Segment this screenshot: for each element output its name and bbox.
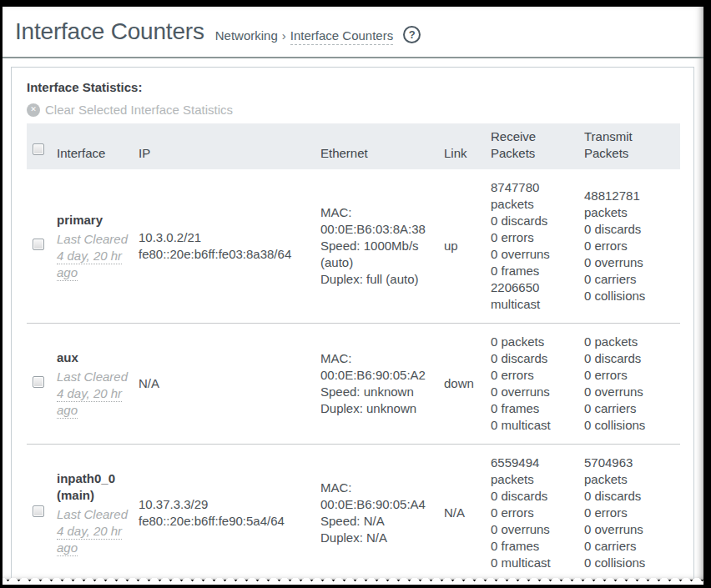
page-header: Interface Counters Networking›Interface … <box>3 7 703 58</box>
last-cleared: Last Cleared 4 day, 20 hr ago <box>57 231 132 281</box>
page: Interface Counters Networking›Interface … <box>3 7 703 580</box>
clear-selected-button[interactable]: ✕ Clear Selected Interface Statistics <box>27 103 680 117</box>
table-row: aux Last Cleared 4 day, 20 hr ago N/A MA… <box>27 324 680 445</box>
ip-cell: N/A <box>139 324 320 445</box>
panel-heading: Interface Statistics: <box>27 80 680 94</box>
column-header-receive: Receive Packets <box>491 123 584 169</box>
receive-packets-cell: 0 packets0 discards0 errors0 overruns0 f… <box>491 324 584 445</box>
last-cleared: Last Cleared 4 day, 20 hr ago <box>57 369 132 419</box>
column-header-interface: Interface <box>57 123 139 169</box>
column-header-transmit: Transmit Packets <box>584 123 680 169</box>
help-icon[interactable]: ? <box>403 26 421 43</box>
clear-selected-label: Clear Selected Interface Statistics <box>45 103 233 117</box>
select-cell <box>27 445 57 580</box>
row-checkbox[interactable] <box>33 505 44 517</box>
ethernet-cell: MAC: 00:0E:B6:90:05:A2Speed: unknownDupl… <box>320 324 444 445</box>
table-row: inpath0_0 (main) Last Cleared 4 day, 20 … <box>27 445 680 580</box>
table-body: primary Last Cleared 4 day, 20 hr ago 10… <box>27 169 680 580</box>
column-header-link: Link <box>444 123 491 169</box>
breadcrumb-section[interactable]: Networking <box>215 28 278 43</box>
torn-edge <box>3 578 703 585</box>
select-cell <box>27 324 57 445</box>
last-cleared: Last Cleared 4 day, 20 hr ago <box>57 506 132 556</box>
interface-statistics-panel: Interface Statistics: ✕ Clear Selected I… <box>11 67 694 580</box>
transmit-packets-cell: 5704963 packets0 discards0 errors0 overr… <box>584 445 680 580</box>
select-cell <box>27 169 57 324</box>
clear-x-icon: ✕ <box>27 103 40 117</box>
interface-name: primary <box>57 212 132 229</box>
table-header-row: InterfaceIPEthernetLinkReceive PacketsTr… <box>27 123 680 169</box>
last-cleared-value: 4 day, 20 hr ago <box>57 386 122 419</box>
breadcrumb-separator-icon: › <box>282 28 286 43</box>
ip-cell: 10.37.3.3/29fe80::20e:b6ff:fe90:5a4/64 <box>139 445 320 580</box>
transmit-packets-cell: 0 packets0 discards0 errors0 overruns0 c… <box>584 324 680 445</box>
row-checkbox[interactable] <box>33 239 44 250</box>
ethernet-cell: MAC: 00:0E:B6:90:05:A4Speed: N/ADuplex: … <box>320 445 444 580</box>
receive-packets-cell: 6559494 packets0 discards0 errors0 overr… <box>491 445 584 580</box>
interface-cell: aux Last Cleared 4 day, 20 hr ago <box>57 324 139 445</box>
interface-name: inpath0_0 (main) <box>57 470 132 504</box>
last-cleared-value: 4 day, 20 hr ago <box>57 524 122 556</box>
column-header-ip: IP <box>139 123 320 169</box>
column-header-ethernet: Ethernet <box>320 123 444 169</box>
receive-packets-cell: 8747780 packets0 discards0 errors0 overr… <box>491 169 584 324</box>
select-all-checkbox[interactable] <box>33 143 44 155</box>
interface-cell: primary Last Cleared 4 day, 20 hr ago <box>57 169 139 324</box>
breadcrumb-current[interactable]: Interface Counters <box>290 28 393 45</box>
link-status: up <box>444 169 491 324</box>
page-title: Interface Counters <box>15 18 204 46</box>
link-status: down <box>444 324 491 445</box>
ip-cell: 10.3.0.2/21fe80::20e:b6ff:fe03:8a38/64 <box>139 169 320 324</box>
link-status: N/A <box>444 445 491 580</box>
column-header-select <box>27 123 57 169</box>
transmit-packets-cell: 48812781 packets0 discards0 errors0 over… <box>584 169 680 324</box>
row-checkbox[interactable] <box>33 376 44 388</box>
table-row: primary Last Cleared 4 day, 20 hr ago 10… <box>27 169 680 324</box>
interface-name: aux <box>57 349 132 366</box>
ethernet-cell: MAC: 00:0E:B6:03:8A:38Speed: 1000Mb/s (a… <box>320 169 444 324</box>
interface-cell: inpath0_0 (main) Last Cleared 4 day, 20 … <box>57 445 139 580</box>
screenshot-frame: Interface Counters Networking›Interface … <box>0 0 711 588</box>
interface-table: InterfaceIPEthernetLinkReceive PacketsTr… <box>27 123 680 580</box>
last-cleared-value: 4 day, 20 hr ago <box>57 249 122 281</box>
breadcrumb: Networking›Interface Counters <box>215 22 393 43</box>
